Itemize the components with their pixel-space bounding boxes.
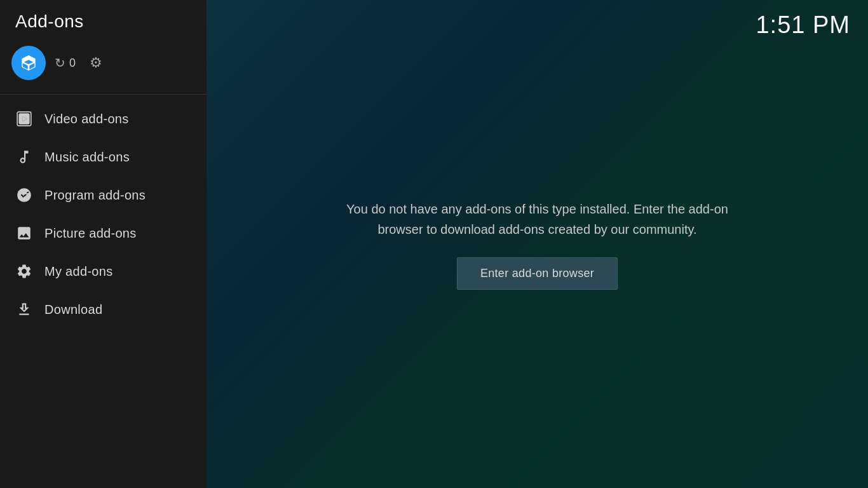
enter-addon-browser-button[interactable]: Enter add-on browser xyxy=(457,257,618,290)
center-content: You do not have any add-ons of this type… xyxy=(207,0,868,488)
sidebar-header: Add-ons xyxy=(0,0,207,38)
sidebar-divider xyxy=(0,94,207,95)
sidebar-item-label-my-addons: My add-ons xyxy=(44,264,113,279)
clock: 1:51 PM xyxy=(756,11,850,39)
sidebar-item-music-addons[interactable]: Music add-ons xyxy=(0,138,207,176)
settings-icon[interactable]: ⚙ xyxy=(90,55,102,71)
addon-box-icon xyxy=(18,53,39,73)
refresh-count: 0 xyxy=(69,57,76,70)
sidebar-item-label-video: Video add-ons xyxy=(44,112,129,126)
sidebar-item-program-addons[interactable]: Program add-ons xyxy=(0,176,207,214)
sidebar-item-label-music: Music add-ons xyxy=(44,150,130,165)
my-addons-icon xyxy=(15,262,33,280)
program-icon xyxy=(15,186,33,204)
sidebar-item-label-download: Download xyxy=(44,302,102,317)
sidebar-toolbar: ↻ 0 ⚙ xyxy=(0,38,207,92)
addon-logo[interactable] xyxy=(11,46,46,80)
sidebar-nav: Video add-ons Music add-ons Program add-… xyxy=(0,100,207,488)
picture-icon xyxy=(15,224,33,242)
video-icon xyxy=(15,110,33,128)
download-icon xyxy=(15,301,33,318)
sidebar: Add-ons ↻ 0 ⚙ Video add-ons Mu xyxy=(0,0,207,488)
sidebar-item-video-addons[interactable]: Video add-ons xyxy=(0,100,207,138)
sidebar-item-picture-addons[interactable]: Picture add-ons xyxy=(0,214,207,252)
empty-message: You do not have any add-ons of this type… xyxy=(341,199,735,240)
sidebar-item-label-picture: Picture add-ons xyxy=(44,226,137,241)
sidebar-item-my-addons[interactable]: My add-ons xyxy=(0,252,207,290)
sidebar-item-download[interactable]: Download xyxy=(0,290,207,329)
music-icon xyxy=(15,148,33,166)
refresh-icon[interactable]: ↻ xyxy=(55,55,65,71)
main-content: 1:51 PM You do not have any add-ons of t… xyxy=(207,0,868,488)
sidebar-item-label-program: Program add-ons xyxy=(44,188,146,203)
refresh-group[interactable]: ↻ 0 xyxy=(55,55,76,71)
page-title: Add-ons xyxy=(15,11,84,31)
